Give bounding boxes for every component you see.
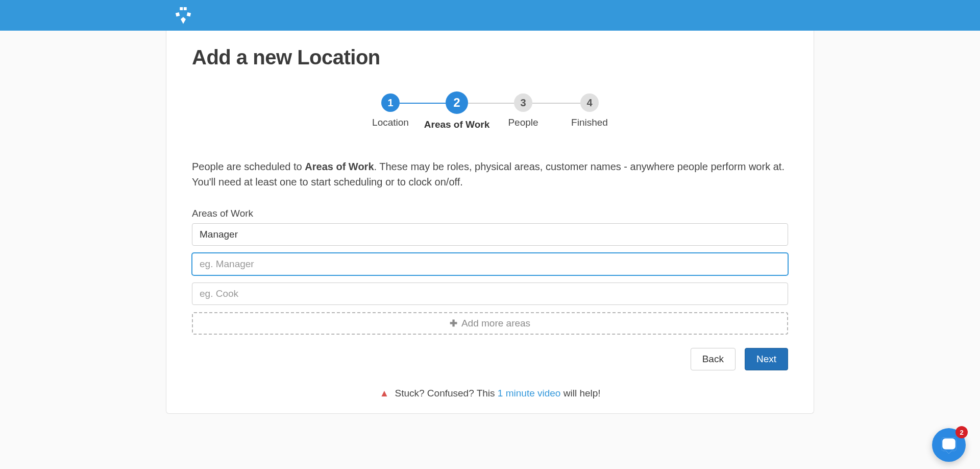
area-input-row — [192, 283, 788, 305]
help-prefix: Stuck? Confused? This — [395, 388, 497, 398]
main-card: Add a new Location 1 Location 2 Areas of… — [166, 31, 814, 414]
svg-rect-0 — [180, 7, 183, 10]
step-label: Areas of Work — [424, 119, 489, 130]
back-button[interactable]: Back — [691, 348, 736, 370]
add-more-label: Add more areas — [461, 318, 530, 329]
step-label: Location — [372, 117, 409, 128]
step-circle: 1 — [381, 93, 400, 112]
help-suffix: will help! — [560, 388, 600, 398]
svg-marker-4 — [181, 17, 186, 24]
area-input-2[interactable] — [192, 253, 788, 275]
description-bold: Areas of Work — [305, 161, 374, 172]
step-label: People — [508, 117, 538, 128]
svg-marker-3 — [187, 12, 191, 16]
next-button[interactable]: Next — [745, 348, 788, 370]
topbar — [0, 0, 980, 31]
areas-of-work-label: Areas of Work — [192, 208, 788, 219]
svg-rect-1 — [184, 7, 187, 10]
area-input-row — [192, 253, 788, 275]
area-input-3[interactable] — [192, 283, 788, 305]
step-areas-of-work[interactable]: 2 Areas of Work — [424, 93, 490, 130]
step-circle: 2 — [446, 91, 468, 114]
brand-logo-icon — [173, 5, 194, 26]
area-input-1[interactable] — [192, 223, 788, 246]
page-title: Add a new Location — [192, 46, 788, 69]
stepper: 1 Location 2 Areas of Work 3 People 4 Fi… — [192, 93, 788, 130]
step-connector — [532, 103, 580, 104]
help-video-link[interactable]: 1 minute video — [498, 388, 561, 398]
step-circle: 4 — [580, 93, 599, 112]
wizard-button-row: Back Next — [192, 348, 788, 370]
add-more-areas-button[interactable]: ✚ Add more areas — [192, 312, 788, 335]
step-location[interactable]: 1 Location — [357, 93, 424, 128]
step-circle: 3 — [514, 93, 532, 112]
description-prefix: People are scheduled to — [192, 161, 305, 172]
area-input-row — [192, 223, 788, 246]
step-finished[interactable]: 4 Finished — [556, 93, 623, 128]
step-connector — [400, 103, 448, 104]
plus-icon: ✚ — [450, 318, 457, 329]
step-label: Finished — [571, 117, 608, 128]
help-text: ▲ Stuck? Confused? This 1 minute video w… — [192, 388, 788, 399]
brand-logo[interactable] — [173, 5, 194, 26]
warning-icon: ▲ — [379, 388, 389, 398]
description-text: People are scheduled to Areas of Work. T… — [192, 159, 788, 190]
step-people[interactable]: 3 People — [490, 93, 556, 128]
step-connector — [466, 103, 514, 104]
svg-marker-2 — [176, 12, 180, 16]
